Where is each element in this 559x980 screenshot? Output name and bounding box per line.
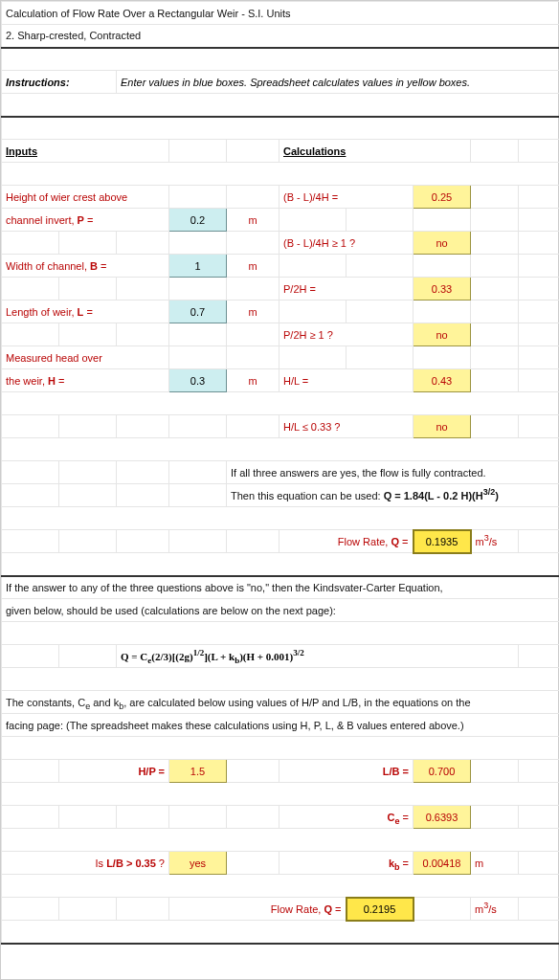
flowrate2-value: 0.2195 [347,898,414,921]
p-label-line2: channel invert, P = [2,209,169,232]
lb-value: 0.700 [414,760,471,783]
contracted-note2: Then this equation can be used: Q = 1.84… [227,484,560,507]
calc3-value: 0.33 [414,278,471,301]
lb-check-value: yes [169,852,227,875]
calc5-value: 0.43 [414,369,471,392]
calc3-label: P/2H = [280,278,414,301]
ce-label: Ce = [280,806,414,829]
p-unit: m [227,209,280,232]
hp-label: H/P = [59,760,169,783]
flowrate1-unit: m3/s [471,530,519,553]
calc1-label: (B - L)/4H = [280,186,414,209]
grid-table: Calculation of Flow Rate Over a Rectangu… [1,1,559,945]
spreadsheet: Calculation of Flow Rate Over a Rectangu… [0,0,559,980]
page-subtitle: 2. Sharp-crested, Contracted [2,25,560,48]
flowrate2-label: Flow Rate, Q = [169,898,347,921]
ce-value: 0.6393 [414,806,471,829]
l-label: Length of weir, L = [2,301,169,323]
b-input[interactable]: 1 [169,255,227,278]
inputs-header: Inputs [2,140,169,163]
b-label: Width of channel, B = [2,255,169,278]
calc2-value: no [414,232,471,255]
instructions-text: Enter values in blue boxes. Spreadsheet … [117,71,560,94]
h-label-line1: Measured head over [2,346,169,369]
flowrate1-value: 0.1935 [414,530,471,553]
hp-value: 1.5 [169,760,227,783]
kb-value: 0.00418 [414,852,471,875]
l-unit: m [227,301,280,323]
lb-check-label: Is L/B > 0.35 ? [2,852,169,875]
constants-note2: facing page: (The spreadsheet makes thes… [2,714,560,737]
l-input[interactable]: 0.7 [169,301,227,323]
calc4-label: P/2H ≥ 1 ? [280,323,414,346]
kb-unit: m [471,852,519,875]
p-input[interactable]: 0.2 [169,209,227,232]
kb-label: kb = [280,852,414,875]
kc-note2: given below, should be used (calculation… [2,599,560,622]
contracted-note1: If all three answers are yes, the flow i… [227,461,560,484]
h-unit: m [227,369,280,392]
calc4-value: no [414,323,471,346]
calc2-label: (B - L)/4H ≥ 1 ? [280,232,414,255]
p-label-line1: Height of wier crest above [2,186,169,209]
calc1-value: 0.25 [414,186,471,209]
instructions-label: Instructions: [2,71,117,94]
constants-note1: The constants, Ce and kb, are calculated… [2,691,560,714]
b-unit: m [227,255,280,278]
page-title: Calculation of Flow Rate Over a Rectangu… [2,2,560,25]
h-input[interactable]: 0.3 [169,369,227,392]
calc6-label: H/L ≤ 0.33 ? [280,415,414,438]
lb-label: L/B = [280,760,414,783]
kc-note1: If the answer to any of the three questi… [2,576,560,599]
flowrate1-label: Flow Rate, Q = [280,530,414,553]
flowrate2-unit: m3/s [471,898,519,921]
h-label-line2: the weir, H = [2,369,169,392]
calc6-value: no [414,415,471,438]
calc5-label: H/L = [280,369,414,392]
calculations-header: Calculations [280,140,471,163]
kc-equation: Q = Ce(2/3)[(2g)1/2](L + kb)(H + 0.001)3… [117,645,519,668]
